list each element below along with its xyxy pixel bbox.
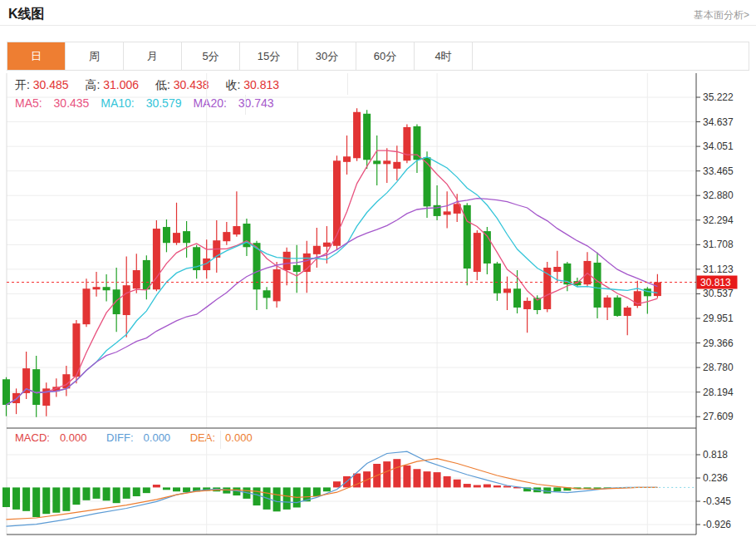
candle-body xyxy=(654,283,661,297)
candle-body xyxy=(143,260,150,289)
candle-body xyxy=(393,162,400,169)
candle-body xyxy=(223,232,230,241)
tab-30分[interactable]: 30分 xyxy=(298,42,356,70)
y-axis-tick-label: 34.637 xyxy=(703,116,734,128)
candle-body xyxy=(363,114,371,160)
tab-bar-filler xyxy=(473,42,749,70)
kline-chart[interactable]: 35.22234.63734.05133.46532.88032.29431.7… xyxy=(0,73,756,537)
tab-日[interactable]: 日 xyxy=(7,42,66,70)
candle-body xyxy=(12,393,20,403)
macd-bar xyxy=(52,487,60,512)
macd-bar xyxy=(283,487,291,509)
macd-bar xyxy=(474,485,481,488)
candle-body xyxy=(513,288,521,308)
page-title: K线图 xyxy=(8,6,45,23)
candle-body xyxy=(383,160,390,164)
candle-body xyxy=(233,226,240,234)
y-axis-tick-label: 32.294 xyxy=(703,214,734,226)
macd-bar xyxy=(32,487,40,517)
macd-bar xyxy=(273,487,281,511)
macd-bar xyxy=(403,466,410,487)
macd-bar xyxy=(143,487,150,493)
y-axis-tick-label: 32.880 xyxy=(703,190,734,201)
macd-bar xyxy=(82,487,90,500)
candle-body xyxy=(644,288,651,296)
macd-bar xyxy=(464,484,471,487)
y-axis-tick-label: 31.123 xyxy=(703,264,734,275)
candle-body xyxy=(183,231,190,243)
candle-body xyxy=(353,112,361,159)
y-axis-tick-label: 33.465 xyxy=(703,165,734,177)
candle-body xyxy=(32,369,40,405)
current-price-badge-label: 30.813 xyxy=(700,277,731,288)
tab-4时[interactable]: 4时 xyxy=(415,42,473,70)
macd-tick-label: -0.926 xyxy=(703,519,731,530)
macd-bar xyxy=(413,469,420,487)
candle-body xyxy=(373,160,380,164)
macd-bar xyxy=(2,487,10,507)
y-axis-tick-label: 34.051 xyxy=(703,140,734,152)
macd-bar xyxy=(22,487,30,510)
macd-bar xyxy=(434,472,441,487)
macd-bar xyxy=(253,487,261,505)
candle-body xyxy=(403,127,410,160)
candle-body xyxy=(333,160,341,245)
macd-bar xyxy=(153,485,160,487)
ma5-line xyxy=(7,150,658,405)
candle-body xyxy=(82,288,90,324)
candle-body xyxy=(133,270,140,288)
candle-body xyxy=(493,264,501,293)
period-tab-bar: 日周月5分15分30分60分4时 xyxy=(7,42,749,71)
macd-bar xyxy=(323,487,331,491)
fundamental-analysis-link[interactable]: 基本面分析> xyxy=(694,8,749,22)
header-divider xyxy=(0,25,756,26)
candle-body xyxy=(624,308,631,316)
macd-bar xyxy=(163,487,170,490)
candle-body xyxy=(553,267,561,272)
macd-tick-label: 0.818 xyxy=(703,449,728,461)
candle-body xyxy=(424,157,431,206)
tab-5分[interactable]: 5分 xyxy=(182,42,240,70)
macd-bar xyxy=(103,487,110,500)
tab-60分[interactable]: 60分 xyxy=(356,42,415,70)
macd-bar xyxy=(484,485,491,488)
macd-tick-label: 0.236 xyxy=(703,472,728,484)
tab-周[interactable]: 周 xyxy=(66,42,124,70)
candle-body xyxy=(323,243,331,247)
candle-body xyxy=(93,287,101,289)
candle-body xyxy=(343,156,351,162)
candle-body xyxy=(163,227,170,243)
candle-body xyxy=(123,285,130,315)
tab-月[interactable]: 月 xyxy=(124,42,182,70)
macd-bar xyxy=(62,487,70,510)
y-axis-tick-label: 29.366 xyxy=(703,337,734,349)
y-axis-tick-label: 31.708 xyxy=(703,239,734,250)
candle-body xyxy=(273,269,281,301)
y-axis-tick-label: 27.609 xyxy=(703,411,734,422)
tab-15分[interactable]: 15分 xyxy=(240,42,298,70)
ma20-line xyxy=(7,199,658,405)
macd-bar xyxy=(173,487,180,491)
y-axis-tick-label: 29.951 xyxy=(703,313,734,324)
candle-body xyxy=(474,233,481,272)
macd-bar xyxy=(313,487,321,496)
macd-bar xyxy=(123,487,130,498)
macd-bar xyxy=(113,487,120,503)
candle-body xyxy=(614,298,621,316)
macd-bar xyxy=(133,487,140,496)
macd-bar xyxy=(383,461,390,487)
macd-bar xyxy=(393,459,400,487)
candle-body xyxy=(523,301,531,309)
candle-body xyxy=(103,287,110,290)
candle-body xyxy=(594,263,601,308)
macd-bar xyxy=(333,481,341,487)
y-axis-tick-label: 28.194 xyxy=(703,387,734,398)
candle-body xyxy=(173,233,180,243)
macd-bar xyxy=(444,476,451,487)
macd-bar xyxy=(424,471,431,487)
macd-tick-label: -0.345 xyxy=(703,495,731,507)
candle-body xyxy=(604,298,611,308)
macd-bar xyxy=(12,487,20,509)
macd-bar xyxy=(93,487,101,498)
candle-body xyxy=(2,379,10,405)
